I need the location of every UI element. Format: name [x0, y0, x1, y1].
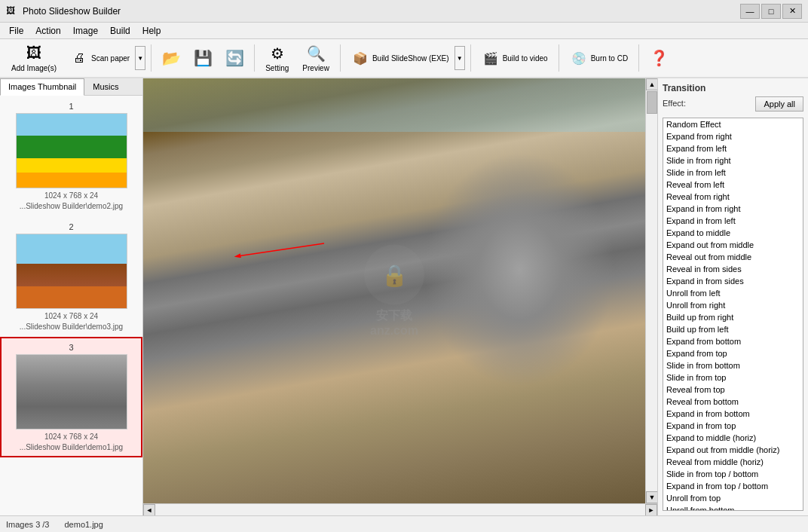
maximize-button[interactable]: □	[761, 4, 781, 19]
build-exe-arrow-button[interactable]: ▼	[454, 46, 465, 70]
preview-button[interactable]: 🔍 Preview	[297, 41, 335, 75]
preview-image: 🔒 安下载anz.com	[143, 78, 645, 503]
tab-musics[interactable]: Musics	[84, 78, 127, 95]
scroll-track-h[interactable]	[155, 504, 645, 515]
effect-item-12[interactable]: Reveal in from sides	[663, 263, 803, 275]
effect-item-30[interactable]: Expand in from top / bottom	[663, 480, 803, 492]
effect-item-13[interactable]: Expand in from sides	[663, 275, 803, 287]
scroll-right-button[interactable]: ►	[645, 504, 657, 515]
menu-file[interactable]: File	[3, 24, 29, 38]
effect-item-20[interactable]: Slide in from bottom	[663, 359, 803, 371]
effect-item-11[interactable]: Reveal out from middle	[663, 251, 803, 263]
effect-item-19[interactable]: Expand from top	[663, 347, 803, 359]
svg-line-1	[237, 243, 324, 256]
menu-build[interactable]: Build	[104, 24, 136, 38]
effect-item-14[interactable]: Unroll from left	[663, 287, 803, 299]
effect-item-2[interactable]: Expand from left	[663, 142, 803, 154]
thumbnail-item-2[interactable]: 2 1024 x 768 x 24 ...Slideshow Builder\d…	[0, 216, 142, 337]
preview-scrollbar-vertical[interactable]: ▲ ▼	[645, 78, 657, 503]
scroll-left-button[interactable]: ◄	[143, 504, 155, 515]
build-video-label: Build to video	[503, 54, 548, 63]
build-video-button[interactable]: 🎬 Build to video	[476, 46, 553, 70]
scan-paper-button[interactable]: 🖨 Scan paper	[65, 46, 135, 70]
effect-item-10[interactable]: Expand out from middle	[663, 239, 803, 251]
save-icon: 💾	[194, 49, 212, 67]
thumb-tulips-img	[17, 114, 127, 188]
apply-all-button[interactable]: Apply all	[755, 96, 803, 112]
close-button[interactable]: ✕	[782, 4, 802, 19]
window-controls: — □ ✕	[740, 4, 802, 19]
open-button[interactable]: 📂	[157, 46, 185, 70]
effect-item-4[interactable]: Slide in from left	[663, 167, 803, 179]
preview-arrow-indicator	[234, 240, 332, 264]
menu-action[interactable]: Action	[29, 24, 66, 38]
effect-item-23[interactable]: Reveal from bottom	[663, 396, 803, 408]
thumb-desert-img	[17, 234, 127, 308]
effect-item-32[interactable]: Unroll from bottom	[663, 504, 803, 510]
help-button[interactable]: ❓	[644, 46, 673, 70]
thumbnail-list[interactable]: 1 1024 x 768 x 24 ...Slideshow Builder\d…	[0, 96, 142, 515]
effect-item-27[interactable]: Expand out from middle (horiz)	[663, 444, 803, 456]
effect-item-26[interactable]: Expand to middle (horiz)	[663, 432, 803, 444]
thumb-info-2: 1024 x 768 x 24 ...Slideshow Builder\dem…	[5, 311, 138, 332]
effect-item-18[interactable]: Expand from bottom	[663, 335, 803, 347]
scroll-thumb-v[interactable]	[647, 91, 657, 114]
scan-paper-icon: 🖨	[70, 49, 88, 67]
thumb-number-1: 1	[5, 102, 138, 111]
setting-label: Setting	[265, 64, 289, 72]
setting-button[interactable]: ⚙ Setting	[260, 41, 294, 75]
thumb-info-1: 1024 x 768 x 24 ...Slideshow Builder\dem…	[5, 191, 138, 212]
minimize-button[interactable]: —	[740, 4, 760, 19]
scan-paper-arrow-button[interactable]: ▼	[135, 46, 145, 70]
refresh-button[interactable]: 🔄	[220, 46, 249, 70]
watermark-text: 安下载anz.com	[364, 308, 424, 338]
scroll-down-button[interactable]: ▼	[646, 491, 657, 503]
effect-list-wrapper: Random EffectExpand from rightExpand fro…	[663, 118, 803, 511]
tab-images-thumbnail[interactable]: Images Thumbnail	[0, 78, 84, 96]
thumb-image-3	[16, 354, 127, 430]
preview-main: 🔒 安下载anz.com ▲ ▼ ◄ ►	[143, 78, 657, 515]
effect-item-29[interactable]: Slide in from top / bottom	[663, 468, 803, 480]
build-exe-label: Build SlideShow (EXE)	[372, 54, 449, 63]
effect-item-15[interactable]: Unroll from right	[663, 299, 803, 311]
app-title: Photo Slideshow Builder	[23, 6, 740, 17]
effect-item-1[interactable]: Expand from right	[663, 130, 803, 142]
preview-icon: 🔍	[307, 44, 325, 63]
thumbnail-item-3[interactable]: 3 1024 x 768 x 24 ...Slideshow Builder\d…	[0, 337, 142, 457]
effect-header-row: Effect: Apply all	[663, 96, 803, 115]
effect-item-22[interactable]: Reveal from top	[663, 384, 803, 396]
build-exe-icon: 📦	[351, 49, 369, 67]
scroll-up-button[interactable]: ▲	[646, 78, 657, 90]
build-exe-button[interactable]: 📦 Build SlideShow (EXE)	[346, 46, 454, 70]
effect-item-17[interactable]: Build up from left	[663, 323, 803, 335]
add-images-button[interactable]: 🖼 Add Image(s)	[6, 41, 62, 75]
effect-list[interactable]: Random EffectExpand from rightExpand fro…	[663, 118, 803, 510]
effect-item-28[interactable]: Reveal from middle (horiz)	[663, 456, 803, 468]
thumb-koala-img	[17, 355, 127, 429]
effect-item-7[interactable]: Expand in from right	[663, 203, 803, 215]
scroll-track-v[interactable]	[646, 90, 657, 491]
open-icon: 📂	[162, 49, 180, 67]
preview-area: 🔒 安下载anz.com	[143, 78, 645, 503]
app-icon: 🖼	[6, 5, 18, 17]
effect-item-5[interactable]: Reveal from left	[663, 179, 803, 191]
effect-item-8[interactable]: Expand in from left	[663, 215, 803, 227]
effect-item-24[interactable]: Expand in from bottom	[663, 408, 803, 420]
effect-item-16[interactable]: Build up from right	[663, 311, 803, 323]
effect-item-3[interactable]: Slide in from right	[663, 154, 803, 167]
effect-item-21[interactable]: Slide in from top	[663, 371, 803, 384]
thumbnail-item-1[interactable]: 1 1024 x 768 x 24 ...Slideshow Builder\d…	[0, 96, 142, 216]
save-button[interactable]: 💾	[188, 46, 217, 70]
burn-cd-label: Burn to CD	[591, 54, 628, 63]
effect-item-31[interactable]: Unroll from top	[663, 492, 803, 504]
effect-item-6[interactable]: Reveal from right	[663, 191, 803, 203]
sep6	[638, 44, 639, 72]
main-area: Images Thumbnail Musics 1 1024 x 768 x 2…	[0, 78, 808, 515]
effect-item-0[interactable]: Random Effect	[663, 118, 803, 130]
effect-item-25[interactable]: Expand in from top	[663, 420, 803, 432]
menu-help[interactable]: Help	[136, 24, 167, 38]
burn-cd-button[interactable]: 💿 Burn to CD	[565, 46, 633, 70]
menu-image[interactable]: Image	[67, 24, 104, 38]
preview-scrollbar-horizontal[interactable]: ◄ ►	[143, 503, 657, 515]
effect-item-9[interactable]: Expand to middle	[663, 227, 803, 239]
